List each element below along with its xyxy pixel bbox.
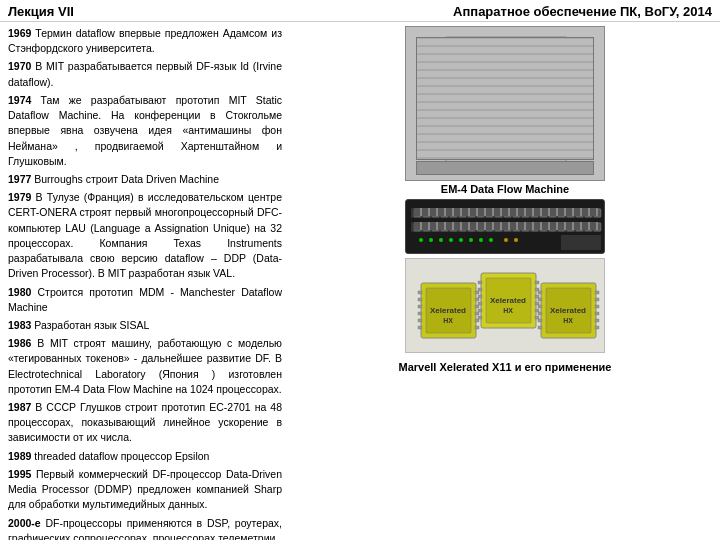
paragraph: 1987 В СССР Глушков строит прототип ЕС-2… <box>8 400 282 446</box>
paragraph: 1979 В Тулузе (Франция) в исследовательс… <box>8 190 282 281</box>
year-label: 1970 <box>8 60 31 72</box>
svg-rect-31 <box>567 209 574 217</box>
svg-text:HX: HX <box>503 307 513 314</box>
svg-rect-92 <box>478 302 482 305</box>
year-label: 1987 <box>8 401 31 413</box>
svg-rect-18 <box>450 209 457 217</box>
svg-rect-27 <box>531 209 538 217</box>
svg-rect-108 <box>538 312 542 315</box>
left-panel: 1969 Термин dataflow впервые предложен А… <box>0 22 290 540</box>
bottom-caption: Marvell Xelerated X11 и его применение <box>399 357 612 375</box>
svg-point-65 <box>504 238 508 242</box>
svg-rect-53 <box>567 223 574 231</box>
svg-rect-24 <box>504 209 511 217</box>
svg-rect-34 <box>594 209 601 217</box>
svg-rect-113 <box>595 305 599 308</box>
paragraph: 1989 threaded dataflow процессор Epsilon <box>8 449 282 464</box>
svg-text:HX: HX <box>443 317 453 324</box>
svg-rect-97 <box>535 295 539 298</box>
svg-rect-55 <box>585 223 592 231</box>
year-label: 1989 <box>8 450 31 462</box>
svg-rect-50 <box>540 223 547 231</box>
svg-rect-10 <box>451 165 471 170</box>
header: Лекция VII Аппаратное обеспечение ПК, Во… <box>0 0 720 22</box>
svg-rect-47 <box>513 223 520 231</box>
svg-rect-20 <box>468 209 475 217</box>
paragraph: 1980 Строится прототип MDM - Manchester … <box>8 285 282 315</box>
svg-rect-78 <box>418 326 422 329</box>
svg-rect-95 <box>535 281 539 284</box>
svg-rect-37 <box>423 223 430 231</box>
svg-rect-83 <box>475 319 479 322</box>
page: Лекция VII Аппаратное обеспечение ПК, Во… <box>0 0 720 540</box>
paragraph: 1995 Первый коммерческий DF-процессор Da… <box>8 467 282 513</box>
svg-rect-42 <box>468 223 475 231</box>
svg-rect-100 <box>535 316 539 319</box>
svg-rect-107 <box>538 305 542 308</box>
svg-rect-79 <box>475 291 479 294</box>
year-label: 1986 <box>8 337 31 349</box>
svg-rect-16 <box>432 209 439 217</box>
svg-point-63 <box>479 238 483 242</box>
svg-rect-84 <box>475 326 479 329</box>
year-label: 1974 <box>8 94 31 106</box>
svg-rect-7 <box>461 112 551 120</box>
svg-rect-110 <box>538 326 542 329</box>
svg-rect-1 <box>446 37 566 167</box>
year-label: 1979 <box>8 191 31 203</box>
svg-rect-106 <box>538 298 542 301</box>
svg-point-59 <box>439 238 443 242</box>
svg-point-61 <box>459 238 463 242</box>
year-label: 1983 <box>8 319 31 331</box>
svg-rect-6 <box>461 97 551 109</box>
switch-image <box>405 199 605 254</box>
svg-rect-51 <box>549 223 556 231</box>
header-left-title: Лекция VII <box>8 4 74 19</box>
em4-caption: EM-4 Data Flow Machine <box>441 183 569 195</box>
svg-rect-28 <box>540 209 547 217</box>
right-panel: EM-4 Data Flow Machine <box>290 22 720 540</box>
paragraph: 1970 В MIT разрабатывается первый DF-язы… <box>8 59 282 89</box>
svg-rect-41 <box>459 223 466 231</box>
svg-rect-43 <box>477 223 484 231</box>
svg-rect-56 <box>594 223 601 231</box>
svg-point-64 <box>489 238 493 242</box>
svg-text:Xelerated: Xelerated <box>550 306 586 315</box>
paragraph: 1986 В MIT строят машину, работающую с м… <box>8 336 282 397</box>
svg-rect-93 <box>478 309 482 312</box>
chips-image: Xelerated HX <box>405 258 605 353</box>
svg-rect-115 <box>595 319 599 322</box>
svg-rect-54 <box>576 223 583 231</box>
year-label: 1995 <box>8 468 31 480</box>
svg-point-66 <box>514 238 518 242</box>
svg-rect-2 <box>456 47 556 127</box>
svg-rect-90 <box>478 288 482 291</box>
svg-rect-91 <box>478 295 482 298</box>
svg-rect-30 <box>558 209 565 217</box>
svg-rect-111 <box>595 291 599 294</box>
svg-rect-80 <box>475 298 479 301</box>
svg-rect-76 <box>418 312 422 315</box>
svg-rect-82 <box>475 312 479 315</box>
svg-rect-5 <box>461 82 551 94</box>
svg-rect-22 <box>486 209 493 217</box>
year-label: 1980 <box>8 286 31 298</box>
svg-rect-49 <box>531 223 538 231</box>
svg-text:HX: HX <box>563 317 573 324</box>
svg-rect-94 <box>478 316 482 319</box>
svg-rect-46 <box>504 223 511 231</box>
svg-rect-112 <box>595 298 599 301</box>
paragraph: 1977 Burroughs строит Data Driven Machin… <box>8 172 282 187</box>
svg-rect-105 <box>538 291 542 294</box>
svg-point-8 <box>480 131 492 143</box>
svg-rect-116 <box>595 326 599 329</box>
svg-rect-73 <box>418 291 422 294</box>
svg-rect-45 <box>495 223 502 231</box>
svg-rect-67 <box>561 235 601 250</box>
svg-rect-52 <box>558 223 565 231</box>
svg-rect-9 <box>501 133 541 141</box>
content-area: 1969 Термин dataflow впервые предложен А… <box>0 22 720 540</box>
svg-rect-77 <box>418 319 422 322</box>
svg-rect-44 <box>486 223 493 231</box>
svg-rect-36 <box>414 223 421 231</box>
